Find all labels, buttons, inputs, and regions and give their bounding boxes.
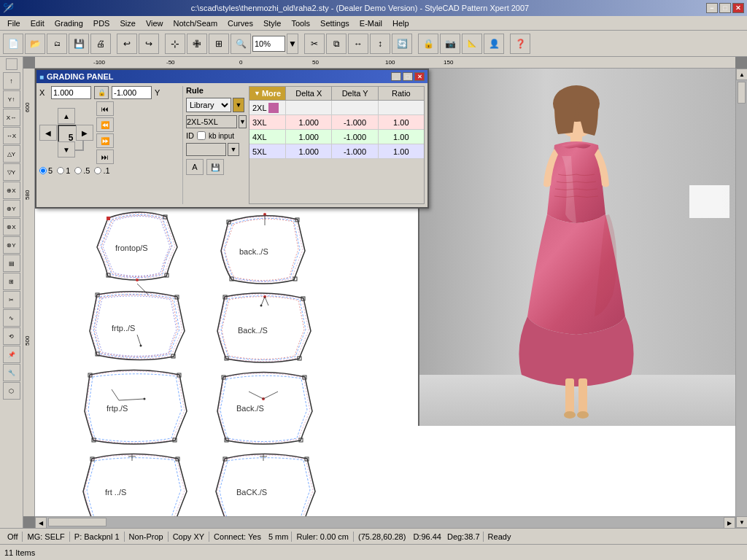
- lt-arrow-up[interactable]: ↑: [3, 72, 20, 90]
- nav-left[interactable]: ◀: [39, 125, 57, 141]
- media-first[interactable]: ⏮: [96, 101, 114, 116]
- range-input[interactable]: [186, 115, 237, 128]
- media-prev[interactable]: ⏪: [96, 117, 114, 132]
- pattern-piece-frtp-mid[interactable]: frtp../S: [90, 292, 185, 360]
- text-input[interactable]: [186, 143, 226, 156]
- pattern-piece-frt-bottom[interactable]: frt ../S: [83, 454, 187, 516]
- zoom-in-button[interactable]: 🔍: [231, 34, 251, 54]
- lt-16[interactable]: 🔧: [3, 364, 20, 381]
- workspace[interactable]: ■ GRADING PANEL _ □ ✕ X: [35, 69, 735, 516]
- a-button[interactable]: A: [186, 159, 204, 175]
- maximize-button[interactable]: □: [719, 3, 731, 13]
- tb-measure[interactable]: 📐: [462, 34, 482, 54]
- undo-button[interactable]: ↩: [117, 34, 137, 54]
- table-row[interactable]: 5XL 1.000 -1.000 1.00: [249, 144, 424, 159]
- panel-minimize[interactable]: _: [391, 72, 401, 81]
- nav-right[interactable]: ▶: [76, 125, 93, 141]
- nav-up[interactable]: ▲: [58, 108, 75, 124]
- radio-5b[interactable]: .5: [74, 166, 90, 175]
- x-input[interactable]: [51, 86, 91, 99]
- scroll-thumb-v[interactable]: [738, 82, 746, 104]
- lock-btn[interactable]: 🔒: [94, 86, 109, 99]
- close-button[interactable]: ✕: [732, 3, 744, 13]
- minimize-button[interactable]: −: [706, 3, 718, 13]
- radio-5[interactable]: 5: [39, 166, 53, 175]
- grading-panel-title[interactable]: ■ GRADING PANEL _ □ ✕: [36, 70, 427, 83]
- menu-settings[interactable]: Settings: [316, 18, 354, 29]
- library-arrow[interactable]: ▼: [233, 98, 244, 112]
- pattern-piece-back-lower[interactable]: Back./S: [217, 373, 312, 445]
- menu-notch[interactable]: Notch/Seam: [169, 18, 222, 29]
- pattern-piece-back-bottom[interactable]: BaCK./S: [216, 454, 315, 516]
- media-next[interactable]: ⏩: [96, 133, 114, 148]
- lt-7[interactable]: ⊕Y: [3, 200, 20, 217]
- nav-down[interactable]: ▼: [58, 141, 75, 158]
- lt-8[interactable]: ⊗X: [3, 218, 20, 236]
- menu-view[interactable]: View: [142, 18, 168, 29]
- menu-edit[interactable]: Edit: [26, 18, 49, 29]
- lt-12[interactable]: ✂: [3, 291, 20, 308]
- scroll-left-button[interactable]: ◀: [35, 517, 47, 528]
- move-button[interactable]: ✙: [187, 34, 207, 54]
- tb-cut[interactable]: ✂: [304, 34, 325, 54]
- tb-photo[interactable]: 📷: [440, 34, 460, 54]
- pattern-piece-back-top[interactable]: back../S: [221, 213, 305, 284]
- lt-1[interactable]: Y↑: [3, 90, 20, 108]
- menu-curves[interactable]: Curves: [223, 18, 258, 29]
- lt-6[interactable]: ⊕X: [3, 182, 20, 199]
- redo-button[interactable]: ↪: [139, 34, 159, 54]
- pattern-piece-back-mid[interactable]: Back../S: [217, 293, 311, 362]
- y-input[interactable]: [112, 86, 152, 99]
- new-button[interactable]: 📄: [3, 34, 23, 54]
- pattern-piece-frtp-lower[interactable]: frtp./S: [85, 370, 187, 445]
- radio-1[interactable]: 1: [57, 166, 70, 175]
- save-button[interactable]: 💾: [69, 34, 89, 54]
- select-button[interactable]: ⊹: [165, 34, 185, 54]
- menu-grading[interactable]: Grading: [50, 18, 88, 29]
- lt-14[interactable]: ⟲: [3, 327, 20, 345]
- panel-close[interactable]: ✕: [414, 72, 425, 81]
- tb-help[interactable]: ❓: [510, 34, 530, 54]
- open-button[interactable]: 📂: [25, 34, 45, 54]
- lt-4[interactable]: △Y: [3, 145, 20, 163]
- radio-1b[interactable]: .1: [94, 166, 109, 175]
- scroll-thumb-h[interactable]: [48, 518, 107, 526]
- menu-tools[interactable]: Tools: [287, 18, 314, 29]
- range-arrow[interactable]: ▼: [239, 115, 247, 128]
- tb-lock[interactable]: 🔒: [418, 34, 438, 54]
- zoom-dropdown[interactable]: ▼: [287, 34, 298, 54]
- lt-10[interactable]: ▤: [3, 254, 20, 272]
- text-arrow[interactable]: ▼: [228, 143, 239, 156]
- menu-pds[interactable]: PDS: [89, 18, 115, 29]
- print-button[interactable]: 🖨: [90, 34, 111, 54]
- media-last[interactable]: ⏭: [96, 149, 114, 164]
- tb-person[interactable]: 👤: [484, 34, 504, 54]
- scroll-bottom[interactable]: ◀ ▶: [35, 516, 735, 528]
- lt-13[interactable]: ∿: [3, 309, 20, 327]
- lt-11[interactable]: ⊞: [3, 273, 20, 290]
- menu-size[interactable]: Size: [115, 18, 139, 29]
- lt-5[interactable]: ▽Y: [3, 163, 20, 181]
- menu-email[interactable]: E-Mail: [355, 18, 387, 29]
- kb-input-checkbox[interactable]: [197, 131, 206, 140]
- zoom-input[interactable]: [252, 36, 285, 52]
- menu-file[interactable]: File: [3, 18, 25, 29]
- lt-3[interactable]: ↔X: [3, 127, 20, 144]
- library-select[interactable]: Library: [186, 98, 231, 112]
- tb-rotate[interactable]: 🔄: [392, 34, 412, 54]
- scroll-right-button[interactable]: ▶: [724, 517, 735, 528]
- lt-17[interactable]: ⬡: [3, 382, 20, 400]
- table-row[interactable]: 4XL 1.000 -1.000 1.00: [249, 130, 424, 144]
- lt-9[interactable]: ⊗Y: [3, 236, 20, 254]
- panel-maximize[interactable]: □: [403, 72, 413, 81]
- tb-flip-h[interactable]: ↔: [348, 34, 368, 54]
- menu-help[interactable]: Help: [388, 18, 414, 29]
- grid-button[interactable]: ⊞: [209, 34, 229, 54]
- more-button[interactable]: ▼ More: [249, 87, 286, 100]
- menu-style[interactable]: Style: [259, 18, 285, 29]
- tb-copy[interactable]: ⧉: [326, 34, 347, 54]
- lt-2[interactable]: X↔: [3, 109, 20, 126]
- scroll-down-button[interactable]: ▼: [736, 516, 747, 528]
- table-row[interactable]: 2XL: [249, 101, 424, 115]
- tb-flip-v[interactable]: ↕: [370, 34, 390, 54]
